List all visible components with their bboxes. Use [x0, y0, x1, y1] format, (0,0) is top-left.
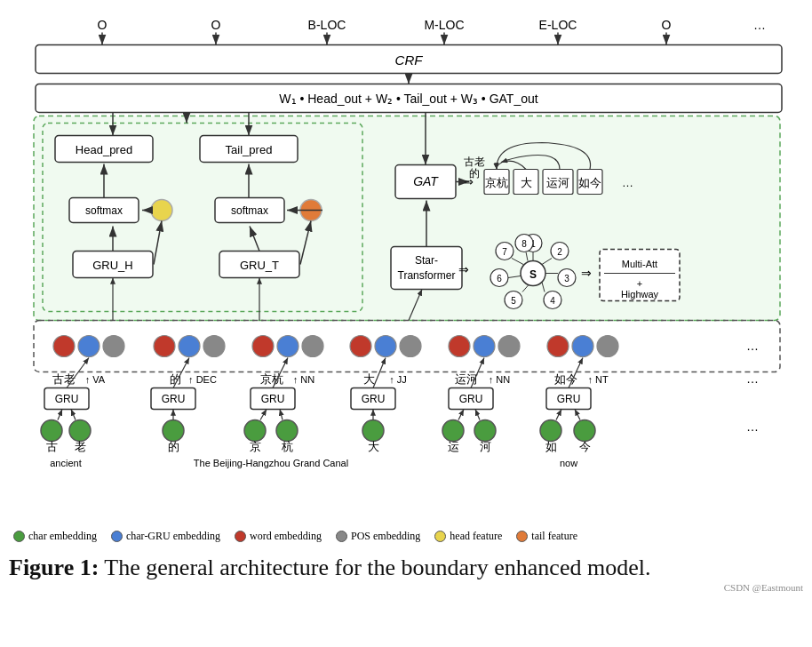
gat-char1: 京杭	[485, 176, 508, 189]
svg-point-95	[574, 420, 595, 442]
svg-point-76	[498, 336, 520, 357]
svg-point-77	[547, 336, 569, 357]
pos-nt: ↑ NT	[587, 374, 609, 385]
svg-point-62	[53, 336, 75, 357]
output-o2: O	[211, 18, 221, 32]
char-hang: 杭	[281, 440, 293, 453]
svg-point-68	[252, 336, 274, 357]
star-transformer-label2: Transformer	[398, 269, 456, 282]
char-he: 河	[480, 440, 491, 453]
pos-nn2: ↑ NN	[489, 374, 511, 385]
char-yun: 运	[448, 440, 459, 453]
st-arrow1: ⇒	[458, 262, 469, 276]
pos-jj: ↑ JJ	[389, 374, 407, 385]
plus-label: +	[637, 278, 642, 289]
output-o1: O	[98, 18, 107, 32]
token-de: 的	[170, 372, 181, 386]
svg-point-66	[179, 336, 200, 357]
gru6: GRU	[557, 393, 581, 405]
main-container: O O B-LOC M-LOC E-LOC O … CRF W₁ • Head_…	[9, 9, 803, 593]
svg-point-91	[362, 420, 384, 442]
svg-point-69	[277, 336, 299, 357]
legend-pos-embedding: POS embedding	[336, 530, 420, 543]
star-center: S	[529, 268, 537, 281]
svg-point-90	[276, 420, 298, 442]
svg-point-94	[540, 420, 561, 442]
svg-line-100	[280, 410, 283, 420]
star-n5: 5	[511, 296, 516, 306]
char-de: 的	[168, 440, 179, 453]
st-arrow2: ⇒	[581, 266, 592, 280]
legend-tail-feature: tail feature	[516, 530, 577, 543]
token-da: 大	[363, 372, 375, 386]
gat-ancient: 古老	[464, 156, 485, 168]
star-n3: 3	[564, 274, 569, 284]
tail-pred-label: Tail_pred	[226, 143, 273, 156]
svg-point-70	[302, 336, 323, 357]
svg-point-64	[103, 336, 124, 357]
svg-point-78	[572, 336, 593, 357]
svg-point-63	[78, 336, 100, 357]
multi-att-label: Multi-Att	[622, 259, 657, 269]
legend: char embedding char-GRU embedding word e…	[9, 530, 803, 543]
figure-caption: Figure 1: The general architecture for t…	[9, 552, 803, 584]
gat-dots: …	[622, 176, 633, 189]
star-n6: 6	[497, 274, 502, 284]
svg-line-103	[475, 410, 480, 420]
legend-label-word: word embedding	[250, 530, 322, 543]
gat-label: GAT	[413, 174, 439, 188]
legend-char-embedding: char embedding	[13, 530, 97, 543]
legend-head-feature: head feature	[434, 530, 502, 543]
token-ruJin: 如今	[554, 372, 577, 386]
svg-point-71	[350, 336, 371, 357]
svg-point-67	[203, 336, 225, 357]
svg-point-20	[151, 200, 172, 221]
output-dots: …	[753, 18, 766, 32]
softmax-left: softmax	[85, 204, 123, 217]
svg-line-96	[58, 410, 62, 420]
svg-point-89	[244, 420, 266, 442]
gru4: GRU	[362, 393, 386, 405]
softmax-right: softmax	[231, 204, 268, 217]
svg-point-93	[474, 420, 496, 442]
legend-label-tail: tail feature	[531, 530, 577, 543]
star-n8: 8	[521, 239, 527, 249]
input-row-dots: …	[746, 339, 759, 353]
gru-t-label: GRU_T	[240, 259, 279, 272]
token-dots: …	[746, 371, 759, 386]
head-pred-label: Head_pred	[76, 143, 132, 156]
figure-text: The general architecture for the boundar…	[99, 555, 650, 580]
gat-char3: 运河	[546, 176, 569, 189]
watermark: CSDN @Eastmount	[9, 582, 803, 593]
output-bloc: B-LOC	[308, 18, 346, 32]
gat-char4: 如今	[578, 176, 601, 189]
char-dots: …	[746, 419, 759, 434]
pos-va: ↑ VA	[85, 374, 106, 385]
svg-line-97	[71, 410, 76, 420]
svg-line-105	[575, 410, 580, 420]
legend-dot-char-gru	[111, 531, 123, 542]
char-jing: 京	[250, 440, 261, 453]
token-guLao: 古老	[52, 372, 76, 386]
legend-dot-head	[434, 531, 446, 542]
svg-line-102	[458, 410, 464, 420]
svg-point-79	[597, 336, 618, 357]
legend-label-head: head feature	[450, 530, 502, 543]
star-n4: 4	[550, 296, 555, 306]
gru3: GRU	[261, 393, 285, 405]
gat-de: 的	[469, 167, 480, 180]
gru5: GRU	[459, 393, 483, 405]
diagram-area: O O B-LOC M-LOC E-LOC O … CRF W₁ • Head_…	[9, 9, 803, 524]
legend-label-pos: POS embedding	[351, 530, 420, 543]
svg-point-75	[474, 336, 495, 357]
svg-point-86	[41, 420, 62, 442]
gat-char2: 大	[521, 176, 532, 189]
legend-dot-word	[235, 531, 246, 542]
svg-point-73	[400, 336, 421, 357]
legend-label-char-gru: char-GRU embedding	[126, 530, 220, 543]
output-o3: O	[662, 18, 672, 32]
char-ru: 如	[545, 440, 557, 453]
gru2: GRU	[162, 393, 186, 405]
char-da: 大	[368, 440, 379, 453]
legend-label-char: char embedding	[28, 530, 97, 543]
